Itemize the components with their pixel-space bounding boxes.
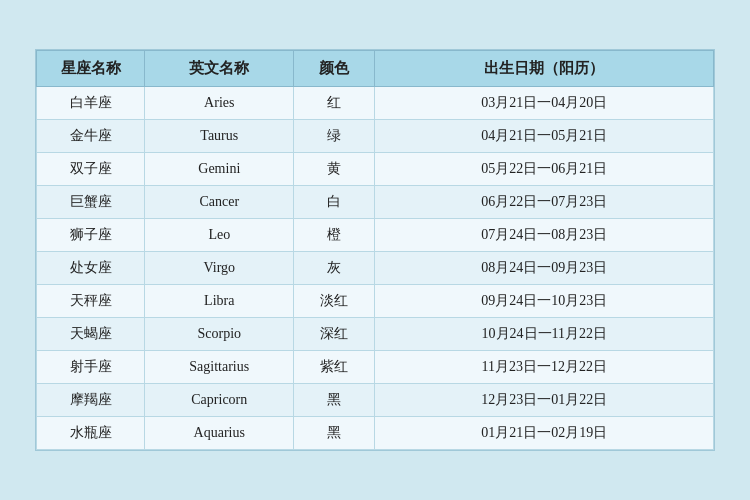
header-english: 英文名称 xyxy=(145,51,294,87)
header-color: 颜色 xyxy=(294,51,375,87)
cell-chinese: 双子座 xyxy=(37,153,145,186)
table-row: 白羊座Aries红03月21日一04月20日 xyxy=(37,87,714,120)
cell-english: Aquarius xyxy=(145,417,294,450)
cell-english: Virgo xyxy=(145,252,294,285)
cell-english: Cancer xyxy=(145,186,294,219)
cell-date: 10月24日一11月22日 xyxy=(375,318,714,351)
cell-chinese: 处女座 xyxy=(37,252,145,285)
cell-chinese: 白羊座 xyxy=(37,87,145,120)
cell-date: 04月21日一05月21日 xyxy=(375,120,714,153)
cell-color: 橙 xyxy=(294,219,375,252)
cell-color: 淡红 xyxy=(294,285,375,318)
cell-date: 08月24日一09月23日 xyxy=(375,252,714,285)
table-row: 处女座Virgo灰08月24日一09月23日 xyxy=(37,252,714,285)
cell-color: 深红 xyxy=(294,318,375,351)
cell-color: 黑 xyxy=(294,417,375,450)
header-chinese: 星座名称 xyxy=(37,51,145,87)
cell-color: 灰 xyxy=(294,252,375,285)
cell-chinese: 金牛座 xyxy=(37,120,145,153)
table-header-row: 星座名称 英文名称 颜色 出生日期（阳历） xyxy=(37,51,714,87)
cell-date: 03月21日一04月20日 xyxy=(375,87,714,120)
cell-chinese: 摩羯座 xyxy=(37,384,145,417)
cell-english: Aries xyxy=(145,87,294,120)
table-row: 双子座Gemini黄05月22日一06月21日 xyxy=(37,153,714,186)
cell-date: 05月22日一06月21日 xyxy=(375,153,714,186)
cell-english: Libra xyxy=(145,285,294,318)
cell-date: 11月23日一12月22日 xyxy=(375,351,714,384)
cell-color: 红 xyxy=(294,87,375,120)
cell-english: Capricorn xyxy=(145,384,294,417)
table-row: 摩羯座Capricorn黑12月23日一01月22日 xyxy=(37,384,714,417)
cell-chinese: 水瓶座 xyxy=(37,417,145,450)
cell-date: 07月24日一08月23日 xyxy=(375,219,714,252)
cell-date: 12月23日一01月22日 xyxy=(375,384,714,417)
table-row: 金牛座Taurus绿04月21日一05月21日 xyxy=(37,120,714,153)
table-row: 天蝎座Scorpio深红10月24日一11月22日 xyxy=(37,318,714,351)
cell-english: Sagittarius xyxy=(145,351,294,384)
cell-color: 紫红 xyxy=(294,351,375,384)
table-row: 狮子座Leo橙07月24日一08月23日 xyxy=(37,219,714,252)
table-row: 巨蟹座Cancer白06月22日一07月23日 xyxy=(37,186,714,219)
cell-chinese: 天秤座 xyxy=(37,285,145,318)
cell-color: 绿 xyxy=(294,120,375,153)
header-date: 出生日期（阳历） xyxy=(375,51,714,87)
cell-english: Gemini xyxy=(145,153,294,186)
cell-english: Scorpio xyxy=(145,318,294,351)
cell-english: Leo xyxy=(145,219,294,252)
cell-chinese: 狮子座 xyxy=(37,219,145,252)
cell-date: 09月24日一10月23日 xyxy=(375,285,714,318)
cell-color: 黄 xyxy=(294,153,375,186)
cell-chinese: 射手座 xyxy=(37,351,145,384)
cell-date: 01月21日一02月19日 xyxy=(375,417,714,450)
table-row: 射手座Sagittarius紫红11月23日一12月22日 xyxy=(37,351,714,384)
cell-color: 白 xyxy=(294,186,375,219)
cell-chinese: 巨蟹座 xyxy=(37,186,145,219)
cell-color: 黑 xyxy=(294,384,375,417)
cell-english: Taurus xyxy=(145,120,294,153)
zodiac-table: 星座名称 英文名称 颜色 出生日期（阳历） 白羊座Aries红03月21日一04… xyxy=(35,49,715,451)
cell-date: 06月22日一07月23日 xyxy=(375,186,714,219)
table-row: 水瓶座Aquarius黑01月21日一02月19日 xyxy=(37,417,714,450)
table-row: 天秤座Libra淡红09月24日一10月23日 xyxy=(37,285,714,318)
cell-chinese: 天蝎座 xyxy=(37,318,145,351)
